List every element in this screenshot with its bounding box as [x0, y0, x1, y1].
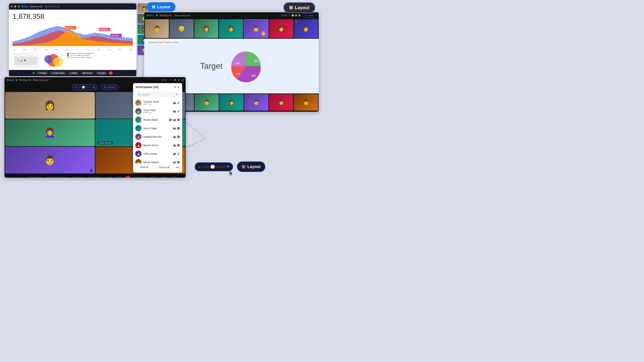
panel-close-icon[interactable]: ✕ [177, 86, 180, 89]
analytics-video-btn[interactable]: 📹 Stop video [50, 71, 66, 75]
small-more2-btn[interactable]: ••• [170, 177, 178, 178]
participant-austen[interactable]: 👤 Austen Baker 🔇 📹 🔇 [133, 115, 182, 124]
help-icon: ? [289, 14, 290, 17]
participant-murad[interactable]: 👨 Murad Higgins 📹 🔇 [133, 158, 182, 163]
participant-henry[interactable]: 👤 Henry Riggs 📹 🔇 [133, 124, 182, 132]
layout-button-top-right[interactable]: ⊞ Layout [283, 2, 315, 13]
small-slider-track [78, 87, 92, 87]
svg-text:12%: 12% [236, 62, 240, 64]
mic-off-murad: 🔇 [177, 161, 180, 164]
bot-thumb-5[interactable]: 👨 [244, 94, 268, 111]
meeting-info-btn[interactable]: Meeting info [160, 14, 172, 17]
small-layout-btn[interactable]: ⊞ Layout [100, 84, 118, 90]
participant-sofia[interactable]: 👩 Sofia Gomez 📹 🎤 [133, 149, 182, 158]
mute-all-btn[interactable]: Mute all [135, 165, 154, 170]
close-btn[interactable] [298, 14, 300, 16]
avatar-isabella: 👩 [135, 134, 142, 140]
small-zoom-plus[interactable]: + [93, 85, 94, 89]
small-meeting-info[interactable]: Meeting info [19, 79, 31, 81]
chart-months: JANFEBMARFEBMAYJUN JULAUGSEPOCTNOVDEC [12, 49, 133, 51]
svg-text:313,059: 313,059 [99, 28, 107, 31]
analytics-apps-btn[interactable]: ⚡ Apps [96, 71, 107, 75]
small-people-btn[interactable]: 👥 [150, 177, 158, 178]
analytics-record-btn[interactable]: ⏺ Record [81, 71, 94, 75]
panel-header: Participants (10) ⧉ ✕ [133, 83, 182, 90]
small-share-btn[interactable]: ↑ Share [70, 177, 84, 178]
sm-cell-5[interactable]: 👨 📱 [5, 147, 95, 173]
maximize-btn[interactable] [295, 14, 297, 16]
small-show-menu[interactable]: Show menu bar [33, 79, 49, 81]
show-menu-btn[interactable]: Show menu bar [174, 14, 190, 17]
role-clarissa: Host, me [143, 103, 171, 105]
footer-more-btn[interactable]: ••• [175, 165, 180, 170]
bot-thumb-7[interactable]: 👨 [294, 94, 318, 111]
bot-thumb-4[interactable]: 👩 [219, 94, 244, 111]
sort-icon[interactable]: ⇅ [176, 93, 178, 96]
close-dot[interactable] [11, 5, 12, 7]
controls-umar: 📹 🎤 [173, 110, 180, 113]
name-sofia: Sofia Gomez [143, 152, 171, 155]
participant-thumb-7[interactable]: 👩 ⚙ [294, 19, 318, 38]
analytics-mute-btn[interactable]: 🎤 Mute [37, 71, 48, 75]
participant-thumb-5-highlighted[interactable]: 👨 🖐 [244, 19, 268, 38]
small-apps-btn[interactable]: ⚡ Apps [133, 177, 148, 178]
participant-list: 👩 Clarissa Smith Host, me 📹 🎤 👨 Umar Pat… [133, 98, 182, 163]
small-meeting-topbar: Webex Meeting info Show menu bar 12:40 ? [4, 77, 186, 83]
sm-cell-1[interactable]: 👩 [5, 92, 95, 119]
panel-icon-1[interactable]: ⧉ [174, 86, 176, 89]
layout-pill-zoom[interactable]: ⊞ Layout [237, 161, 266, 172]
analytics-share-btn[interactable]: ↑ Share [68, 71, 79, 75]
small-zoom-minus[interactable]: − [75, 85, 77, 89]
zoom-minus-btn[interactable]: − [198, 164, 201, 169]
name-umar: Umar Patel [143, 109, 171, 111]
status-dot [156, 14, 158, 16]
avatar-sofia: 👩 [135, 151, 142, 157]
small-close[interactable] [182, 79, 183, 81]
layout-button-top-right-label: Layout [295, 5, 310, 10]
webex-logo-small: Webex [7, 79, 14, 81]
unmute-all-btn[interactable]: Unmute all [155, 165, 173, 170]
small-end-btn[interactable]: ✕ [125, 176, 131, 178]
small-max[interactable] [178, 79, 180, 81]
small-record-btn[interactable]: ⏺ Record [86, 177, 103, 178]
small-emoji-btn[interactable]: 😊 [105, 177, 113, 178]
small-min[interactable] [174, 79, 176, 81]
participant-thumb-1[interactable]: 👨 [145, 19, 169, 38]
zoom-control-area: − + ⊞ Layout 🖱 [194, 161, 266, 172]
small-mute-btn[interactable]: 🎤 Mute ▾ [26, 177, 44, 178]
layout-button-top-center[interactable]: ⊞ Layout [146, 2, 176, 12]
participant-marise[interactable]: 👩 Marise Torres 📹 🔇 [133, 141, 182, 149]
search-bar[interactable]: 🔍 Search ⇅ [135, 92, 180, 97]
webex-logo-main: Webex [146, 14, 154, 17]
hand-icon: 🖐 [261, 30, 266, 36]
small-slider-thumb[interactable] [82, 86, 85, 88]
participant-clarissa[interactable]: 👩 Clarissa Smith Host, me 📹 🎤 [133, 98, 182, 107]
window-controls [292, 14, 300, 16]
minimize-btn[interactable] [292, 14, 294, 16]
settings-icon: ⚙ [296, 20, 298, 23]
zoom-slider-thumb[interactable] [211, 165, 215, 169]
analytics-show-menu[interactable]: Show menu bar [44, 5, 60, 8]
max-dot[interactable] [18, 5, 20, 7]
small-chat-btn[interactable]: 💬 [160, 177, 168, 178]
analytics-window: Webex Meeting info Show menu bar 1,878,3… [9, 3, 136, 73]
sofia-label: Sofia Gomez [98, 141, 113, 144]
min-dot[interactable] [14, 5, 16, 7]
participant-isabella[interactable]: 👩 Isabella Brennan 📹 🔇 [133, 132, 182, 141]
analytics-titlebar: Webex Meeting info Show menu bar [9, 3, 136, 9]
bot-thumb-6[interactable]: 👩 [269, 94, 293, 111]
analytics-meeting-info[interactable]: Meeting info [30, 5, 42, 8]
small-video-btn[interactable]: 📹 Stop video ▾ [46, 177, 69, 178]
participant-umar[interactable]: 👨 Umar Patel Presenter 📹 🎤 [133, 107, 182, 115]
zoom-plus-btn[interactable]: + [227, 164, 230, 169]
participant-thumb-2[interactable]: 👴 [170, 19, 194, 38]
analytics-end-btn[interactable]: ✕ [109, 71, 113, 75]
small-icon1: 📷 [16, 177, 20, 178]
bot-thumb-3[interactable]: 👨 ◇ [194, 94, 219, 111]
small-more-btn[interactable]: ••• [115, 177, 123, 178]
participant-thumb-6[interactable]: 👩 [269, 19, 293, 38]
layout-btn-meeting[interactable]: ⊞ Layout [302, 13, 316, 18]
participant-thumb-3[interactable]: 👩 [194, 19, 218, 38]
participant-thumb-4[interactable]: 👩 [219, 19, 243, 38]
sm-cell-3[interactable]: 👩‍🦱 [5, 119, 95, 146]
